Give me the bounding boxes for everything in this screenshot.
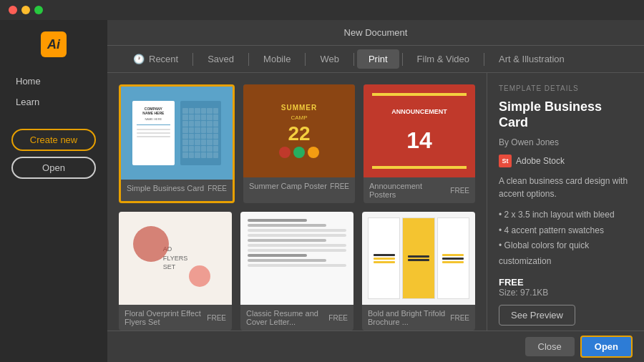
adobe-stock-icon: St (499, 155, 512, 167)
card-thumb-floral: ADFLYERSSET (119, 212, 232, 305)
card-label-biz: Simple Business Card FREE (121, 180, 233, 197)
tab-web[interactable]: Web (308, 49, 351, 69)
titlebar (0, 0, 644, 20)
floral-visual: ADFLYERSSET (119, 212, 232, 305)
tab-bar: 🕐 Recent Saved Mobile Web Print Film & V… (107, 46, 644, 73)
biz-card-visual: COMPANYNAME HERE NAME HERE (121, 87, 233, 180)
card-label-resume: Classic Resume and Cover Letter... FREE (240, 305, 353, 331)
summer-camp-visual: SUMMER CAMP 22 (243, 84, 355, 177)
tab-divider-3 (305, 53, 306, 66)
traffic-lights (9, 6, 43, 14)
see-preview-button[interactable]: See Preview (499, 305, 575, 326)
adobe-stock-label: Adobe Stock (516, 156, 565, 166)
sidebar-nav: Home Learn (0, 72, 107, 112)
bullet-2: 4 accent pattern swatches (499, 223, 633, 239)
details-panel: TEMPLATE DETAILS Simple Business Card By… (487, 73, 644, 331)
close-traffic-light[interactable] (9, 6, 17, 14)
details-section-label: TEMPLATE DETAILS (499, 84, 633, 92)
template-card-announcement[interactable]: ANNOUNCEMENT 14 Announcement Posters FRE… (364, 84, 475, 203)
card-thumb-summer: SUMMER CAMP 22 (243, 84, 355, 177)
card-thumb-resume (240, 212, 353, 305)
dialog-titlebar: New Document (107, 20, 644, 46)
dialog-title: New Document (344, 27, 408, 38)
template-card-trifold[interactable]: Bold and Bright Trifold Brochure ... FRE… (362, 212, 475, 331)
app-logo: Ai (41, 31, 67, 57)
details-price: FREE Size: 97.1KB (499, 277, 633, 298)
bottom-bar: Close Open (107, 331, 644, 362)
template-card-floral[interactable]: ADFLYERSSET Floral Overprint Effect Flye… (119, 212, 232, 331)
tab-mobile[interactable]: Mobile (252, 49, 302, 69)
adobe-stock-badge: St Adobe Stock (499, 155, 633, 167)
biz-card-back (180, 101, 221, 165)
card-thumb-biz: COMPANYNAME HERE NAME HERE (121, 87, 233, 180)
tab-recent[interactable]: 🕐 Recent (122, 49, 190, 69)
template-card-summer-camp[interactable]: SUMMER CAMP 22 Summer Camp Poster (243, 84, 355, 203)
clock-icon: 🕐 (133, 54, 145, 64)
card-thumb-announce: ANNOUNCEMENT 14 (364, 84, 475, 177)
tab-divider-6 (484, 53, 484, 66)
card-label-announce: Announcement Posters FREE (364, 177, 475, 203)
close-button[interactable]: Close (525, 337, 575, 356)
template-grid: COMPANYNAME HERE NAME HERE (107, 73, 487, 331)
trifold-visual (362, 212, 475, 305)
sidebar-item-home[interactable]: Home (9, 72, 99, 91)
resume-visual (240, 212, 353, 305)
card-label-trifold: Bold and Bright Trifold Brochure ... FRE… (362, 305, 475, 331)
sidebar: Ai Home Learn Create new Open (0, 20, 107, 362)
content-area: COMPANYNAME HERE NAME HERE (107, 73, 644, 331)
details-bullets: 2 x 3.5 inch layout with bleed 4 accent … (499, 207, 633, 269)
card-label-floral: Floral Overprint Effect Flyers Set FREE (119, 305, 232, 331)
bullet-1: 2 x 3.5 inch layout with bleed (499, 207, 633, 223)
tab-divider-2 (248, 53, 249, 66)
tab-saved[interactable]: Saved (196, 49, 245, 69)
maximize-traffic-light[interactable] (34, 6, 43, 14)
tab-print[interactable]: Print (357, 49, 399, 69)
details-title: Simple Business Card (499, 99, 633, 130)
details-description: A clean business card design with accent… (499, 175, 633, 200)
card-thumb-trifold (362, 212, 475, 305)
tab-divider-5 (402, 53, 403, 66)
template-row-1: COMPANYNAME HERE NAME HERE (119, 84, 475, 203)
create-new-button[interactable]: Create new (11, 129, 96, 151)
tab-divider (192, 53, 193, 66)
announcement-visual: ANNOUNCEMENT 14 (364, 84, 475, 177)
template-card-business-card[interactable]: COMPANYNAME HERE NAME HERE (119, 84, 235, 203)
bullet-3: Global colors for quick customization (499, 238, 633, 269)
tab-divider-4 (353, 53, 354, 66)
card-label-summer: Summer Camp Poster FREE (243, 177, 355, 195)
biz-card-front: COMPANYNAME HERE NAME HERE (132, 101, 175, 165)
details-author: By Owen Jones (499, 137, 633, 147)
open-button[interactable]: Open (11, 157, 96, 179)
sidebar-item-learn[interactable]: Learn (9, 92, 99, 112)
minimize-traffic-light[interactable] (21, 6, 30, 14)
template-row-2: ADFLYERSSET Floral Overprint Effect Flye… (119, 212, 475, 331)
tab-film-video[interactable]: Film & Video (406, 49, 481, 69)
template-card-resume[interactable]: Classic Resume and Cover Letter... FREE (240, 212, 353, 331)
sidebar-actions: Create new Open (0, 129, 107, 179)
tab-art-illustration[interactable]: Art & Illustration (487, 49, 576, 69)
open-main-button[interactable]: Open (580, 336, 633, 358)
main-dialog: New Document 🕐 Recent Saved Mobile Web P… (107, 20, 644, 362)
